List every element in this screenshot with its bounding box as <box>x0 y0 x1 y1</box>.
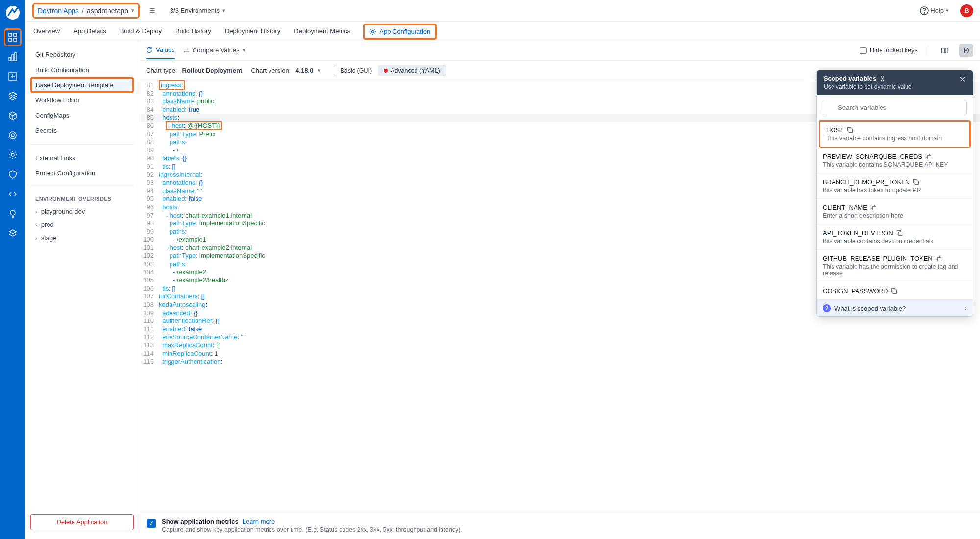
sidebar-item-workflow[interactable]: Workflow Editor <box>30 93 134 108</box>
values-tab[interactable]: Values <box>146 41 175 59</box>
chart-version-value[interactable]: 4.18.0 <box>295 67 313 74</box>
breadcrumb-root[interactable]: Devtron Apps <box>38 7 79 15</box>
hide-locked-keys-checkbox[interactable]: Hide locked keys <box>860 47 918 54</box>
svg-rect-2 <box>14 33 17 36</box>
svg-marker-11 <box>9 92 17 96</box>
compare-values-tab[interactable]: Compare Values ▾ <box>183 42 245 59</box>
svg-rect-35 <box>937 257 941 261</box>
global-sidebar <box>0 0 25 539</box>
add-icon[interactable] <box>4 68 22 85</box>
avatar[interactable]: B <box>960 4 973 17</box>
variable-item[interactable]: COSIGN_PASSWORD <box>817 282 973 300</box>
topbar: Devtron Apps / aspdotnetapp ▾ ☰ 3/3 Envi… <box>25 0 980 22</box>
svg-point-17 <box>11 134 14 137</box>
scoped-variables-panel: Scoped variables Use variable to set dyn… <box>816 70 973 317</box>
chart-type-value: Rollout Deployment <box>182 67 243 74</box>
apps-icon[interactable] <box>4 28 22 46</box>
chevron-down-icon[interactable]: ▾ <box>318 67 321 74</box>
copy-icon[interactable] <box>891 288 897 294</box>
sidebar-item-secrets[interactable]: Secrets <box>30 123 134 138</box>
env-filter[interactable]: 3/3 Environments ▾ <box>170 7 225 14</box>
learn-more-link[interactable]: Learn more <box>243 518 275 525</box>
sidebar-item-build-config[interactable]: Build Configuration <box>30 62 134 77</box>
env-item[interactable]: ›stage <box>30 231 134 245</box>
search-variables-input[interactable] <box>823 100 967 115</box>
tab-deployment-history[interactable]: Deployment History <box>224 23 281 40</box>
sidebar-item-configmaps[interactable]: ConfigMaps <box>30 108 134 123</box>
filter-icon[interactable]: ☰ <box>149 7 155 14</box>
gear-icon[interactable] <box>4 146 22 164</box>
question-icon: ? <box>823 304 831 312</box>
svg-line-14 <box>13 114 16 116</box>
copy-icon[interactable] <box>870 204 877 211</box>
panel-title: Scoped variables <box>824 75 876 82</box>
copy-icon[interactable] <box>935 255 942 262</box>
panel-footer-help[interactable]: ? What is scoped variable? › <box>817 300 973 316</box>
tab-overview[interactable]: Overview <box>32 23 61 40</box>
svg-point-26 <box>966 49 967 50</box>
variable-item[interactable]: API_TOKEN_DEVTRONthis variable contains … <box>817 224 973 250</box>
svg-rect-6 <box>12 55 14 61</box>
copy-icon[interactable] <box>847 127 853 133</box>
variable-item[interactable]: CLIENT_NAMEEnter a short description her… <box>817 199 973 224</box>
config-sidebar: Git Repository Build Configuration Base … <box>25 40 139 539</box>
variable-item[interactable]: PREVIEW_SONARQUBE_CREDSThis variable con… <box>817 148 973 173</box>
chevron-right-icon: › <box>35 222 37 228</box>
gear-icon <box>369 28 376 35</box>
cube-icon[interactable] <box>4 107 22 124</box>
tab-build-deploy[interactable]: Build & Deploy <box>119 23 163 40</box>
mode-toggle[interactable]: Basic (GUI) Advanced (YAML) <box>334 65 446 76</box>
tab-app-configuration[interactable]: App Configuration <box>363 24 437 40</box>
overrides-heading: ENVIRONMENT OVERRIDES <box>30 193 134 205</box>
variable-item[interactable]: BRANCH_DEMO_PR_TOKENthis variable has to… <box>817 173 973 199</box>
layers-icon[interactable] <box>4 224 22 242</box>
copy-icon[interactable] <box>913 179 919 185</box>
tab-build-history[interactable]: Build History <box>174 23 212 40</box>
svg-point-24 <box>924 12 925 13</box>
svg-rect-34 <box>898 232 902 235</box>
chevron-down-icon: ▾ <box>222 7 225 14</box>
compare-icon <box>183 47 190 54</box>
delete-app-button[interactable]: Delete Application <box>30 514 134 530</box>
env-item[interactable]: ›playground-dev <box>30 205 134 218</box>
svg-point-18 <box>11 153 14 156</box>
env-item[interactable]: ›prod <box>30 218 134 231</box>
sidebar-item-external-links[interactable]: External Links <box>30 150 134 166</box>
stack-icon[interactable] <box>4 87 22 105</box>
devtron-logo[interactable] <box>3 3 23 23</box>
env-filter-label: 3/3 Environments <box>170 7 220 14</box>
variable-item[interactable]: HOSTThis variable contains ingress host … <box>819 120 971 148</box>
svg-rect-3 <box>9 38 12 41</box>
help-button[interactable]: Help ▾ <box>920 6 949 15</box>
tab-app-details[interactable]: App Details <box>73 23 107 40</box>
panel-subtitle: Use variable to set dynamic value <box>824 83 959 90</box>
readme-icon[interactable] <box>938 44 952 57</box>
chevron-down-icon[interactable]: ▾ <box>131 7 134 14</box>
svg-rect-1 <box>9 33 12 36</box>
metrics-title: Show application metrics <box>162 518 239 525</box>
sidebar-item-base-deployment[interactable]: Base Deployment Template <box>30 77 134 93</box>
variables-toggle-icon[interactable] <box>959 44 973 57</box>
sidebar-item-protect-config[interactable]: Protect Configuration <box>30 166 134 181</box>
close-icon[interactable]: ✕ <box>959 75 966 84</box>
breadcrumb[interactable]: Devtron Apps / aspdotnetapp ▾ <box>32 3 140 19</box>
editor-toolbar: Values Compare Values ▾ Hide locked keys <box>139 40 980 61</box>
copy-icon[interactable] <box>925 153 931 160</box>
basic-gui-toggle[interactable]: Basic (GUI) <box>334 65 378 76</box>
svg-rect-33 <box>872 206 876 210</box>
shield-icon[interactable] <box>4 166 22 183</box>
copy-icon[interactable] <box>896 230 903 236</box>
braces-icon <box>879 75 886 82</box>
breadcrumb-app[interactable]: aspdotnetapp <box>87 7 128 15</box>
metrics-checkbox[interactable]: ✓ <box>147 519 156 528</box>
sidebar-item-git[interactable]: Git Repository <box>30 47 134 62</box>
chart-icon[interactable] <box>4 48 22 66</box>
svg-rect-31 <box>927 155 931 159</box>
svg-rect-7 <box>15 53 17 61</box>
bulb-icon[interactable] <box>4 205 22 222</box>
tab-deployment-metrics[interactable]: Deployment Metrics <box>293 23 351 40</box>
target-icon[interactable] <box>4 126 22 144</box>
code-icon[interactable] <box>4 185 22 203</box>
variable-item[interactable]: GITHUB_RELEASE_PLUGIN_TOKENThis variable… <box>817 250 973 282</box>
advanced-yaml-toggle[interactable]: Advanced (YAML) <box>378 65 446 76</box>
